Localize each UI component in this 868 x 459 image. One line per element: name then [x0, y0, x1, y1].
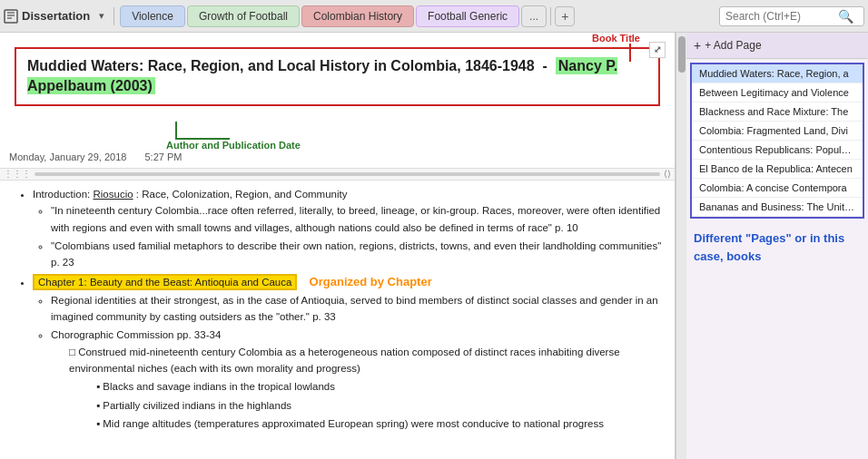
subsub4-item: Mid range altitudes (temperatures approx…: [96, 415, 667, 432]
tab-growth[interactable]: Growth of Football: [187, 5, 300, 27]
intro-link[interactable]: Riosucio: [94, 189, 133, 200]
page-item-8[interactable]: Bananas and Business: The United: [692, 198, 863, 217]
sub1-item: Regional identities at their strongest, …: [51, 292, 667, 326]
tab-violence[interactable]: Violence: [120, 5, 185, 27]
scroll-thumb[interactable]: [678, 36, 686, 73]
metadata-time: 5:27 PM: [144, 151, 182, 162]
tab-add-button[interactable]: +: [555, 6, 575, 26]
tab-colombian[interactable]: Colombian History: [301, 5, 414, 27]
divider2: [550, 7, 551, 25]
chapter-item: Chapter 1: Beauty and the Beast: Antioqu…: [33, 273, 667, 433]
intro-label: Introduction:: [33, 189, 90, 200]
intro-item: Introduction: Riosucio : Race, Colonizat…: [33, 186, 667, 271]
right-panel: + + Add Page Muddied Waters: Race, Regio…: [686, 33, 868, 459]
app-title: Dissertation: [22, 9, 90, 23]
subsub2-item: Blacks and savage indians in the tropica…: [96, 378, 667, 395]
svg-rect-0: [5, 10, 17, 23]
metadata-row: Monday, January 29, 2018 5:27 PM: [0, 150, 675, 166]
chapter-highlight: Chapter 1: Beauty and the Beast: Antioqu…: [33, 274, 297, 290]
scroll-indicator[interactable]: ⋮⋮⋮ ⟨⟩: [0, 168, 675, 181]
main-area: Muddied Waters: Race, Region, and Local …: [0, 33, 868, 459]
tab-football[interactable]: Football Generic: [416, 5, 519, 27]
tab-more-button[interactable]: ...: [521, 5, 547, 27]
app-logo: Dissertation: [4, 9, 90, 24]
pages-description-label: Different "Pages" or in this case, books: [686, 222, 868, 272]
pages-list: Muddied Waters: Race, Region, a Between …: [690, 63, 864, 219]
organized-chapter-label: Organized by Chapter: [310, 275, 432, 288]
search-box: 🔍: [719, 6, 864, 26]
top-bar: Dissertation ▾ Violence Growth of Footba…: [0, 0, 868, 33]
outline-content: Introduction: Riosucio : Race, Colonizat…: [0, 182, 675, 459]
page-item-1[interactable]: Muddied Waters: Race, Region, a: [692, 64, 863, 83]
quote2-item: "Colombians used familial metaphors to d…: [51, 238, 667, 271]
search-icon: 🔍: [838, 9, 853, 24]
search-input[interactable]: [725, 10, 834, 23]
book-title-text: Muddied Waters: Race, Region, and Local …: [27, 58, 535, 73]
page-item-3[interactable]: Blackness and Race Mixture: The: [692, 103, 863, 122]
add-icon: +: [694, 38, 701, 53]
add-page-label: + Add Page: [705, 39, 761, 52]
page-item-7[interactable]: Colombia: A concise Contempora: [692, 179, 863, 198]
page-item-5[interactable]: Contentious Republicans: Popular Religio…: [692, 141, 863, 160]
quote1-item: "In nineteenth century Colombia...race o…: [51, 202, 667, 236]
sub2-item: Chorographic Commission pp. 33-34 Constr…: [51, 327, 667, 432]
annotation-author-area: Author and Publication Date: [166, 122, 301, 151]
page-item-6[interactable]: El Banco de la Republica: Antecen: [692, 160, 863, 179]
expand-button[interactable]: ⤢: [649, 42, 666, 58]
app-dropdown-button[interactable]: ▾: [95, 8, 108, 24]
divider: [113, 7, 114, 25]
add-page-button[interactable]: + + Add Page: [686, 33, 868, 59]
app-logo-icon: [4, 9, 18, 24]
content-panel: Muddied Waters: Race, Region, and Local …: [0, 33, 676, 459]
page-item-2[interactable]: Between Legitimacy and Violence: [692, 83, 863, 103]
subsub1-item: Construed mid-nineteenth century Colombi…: [69, 344, 667, 377]
book-title-box: Muddied Waters: Race, Region, and Local …: [15, 47, 660, 106]
page-item-4[interactable]: Colombia: Fragmented Land, Divi: [692, 122, 863, 141]
metadata-date: Monday, January 29, 2018: [9, 151, 126, 162]
subsub3-item: Partially civilized indians in the highl…: [96, 397, 667, 414]
intro-rest: : Race, Colonization, Region, and Commun…: [136, 189, 348, 200]
annotation-book-title-label: Book Title: [592, 33, 640, 44]
content-scrollbar[interactable]: [676, 33, 686, 459]
